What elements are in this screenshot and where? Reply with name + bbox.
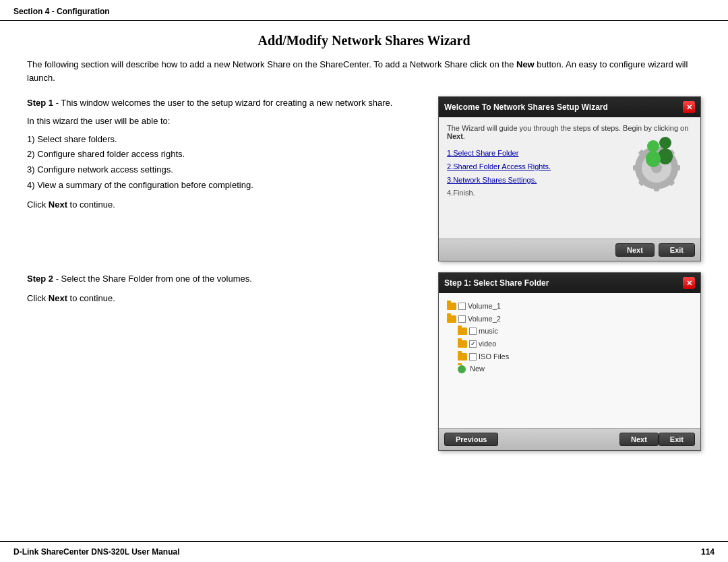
section-row-1: Step 1 - This window welcomes the user t… — [27, 96, 701, 261]
folder-label-video: video — [479, 338, 496, 350]
step1-list: 1) Select share folders. 2) Configure sh… — [27, 133, 422, 193]
folder-volume1: Volume_1 — [447, 300, 692, 313]
folder-volume2: Volume_2 — [447, 313, 692, 325]
wizard2-box: Step 1: Select Share Folder ✕ Volume_1 — [438, 272, 701, 451]
list-item: 2) Configure shared folder access rights… — [27, 148, 422, 162]
wizard2-titlebar: Step 1: Select Share Folder ✕ — [439, 273, 700, 293]
section-label: Section 4 - Configuration — [13, 7, 110, 16]
checkbox-video[interactable]: ✓ — [469, 340, 477, 348]
list-item: 3) Configure network access settings. — [27, 163, 422, 177]
folder-icon-music — [458, 327, 467, 335]
folder-label-new: New — [470, 363, 485, 375]
folder-icon-volume2 — [447, 315, 456, 323]
new-folder-icon — [458, 365, 466, 373]
checkbox-volume1[interactable] — [458, 303, 466, 310]
step2-label-bold: Step 2 — [27, 274, 53, 284]
folder-icon-volume1 — [447, 303, 456, 310]
step2-left: Step 2 - Select the Share Folder from on… — [27, 272, 422, 451]
svg-rect-7 — [654, 183, 659, 191]
folder-iso: ISO Files — [447, 350, 692, 363]
checkbox-music[interactable] — [469, 327, 477, 335]
wizard1-next-button[interactable]: Next — [615, 243, 655, 257]
folder-label-volume1: Volume_1 — [468, 300, 501, 313]
footer-left: D-Link ShareCenter DNS-320L User Manual — [13, 547, 180, 557]
step1-label-rest: - This window welcomes the user to the s… — [53, 98, 392, 108]
folder-label-volume2: Volume_2 — [468, 313, 501, 325]
wizard1-box: Welcome To Network Shares Setup Wizard ✕… — [438, 96, 701, 261]
checkbox-volume2[interactable] — [458, 315, 466, 323]
svg-point-13 — [647, 140, 659, 152]
folder-label-music: music — [479, 325, 498, 338]
wizard2-container: Step 1: Select Share Folder ✕ Volume_1 — [438, 272, 701, 451]
intro-bold: New — [516, 59, 535, 69]
page-wrapper: Section 4 - Configuration Add/Modify Net… — [0, 0, 728, 562]
wizard2-close-button[interactable]: ✕ — [683, 277, 695, 289]
wizard1-footer: Next Exit — [439, 239, 700, 261]
step2-desc: Step 2 - Select the Share Folder from on… — [27, 272, 422, 286]
step1-label-bold: Step 1 — [27, 98, 53, 108]
wizard1-exit-button[interactable]: Exit — [659, 243, 695, 257]
list-item: 1) Select share folders. — [27, 133, 422, 147]
footer-right: 114 — [701, 547, 715, 557]
checkbox-iso[interactable] — [469, 353, 477, 361]
step1-click-next: Click Next to continue. — [27, 198, 422, 212]
folder-tree: Volume_1 Volume_2 — [447, 300, 692, 375]
step2-click-next: Click Next to continue. — [27, 292, 422, 306]
wizard2-body: Volume_1 Volume_2 — [439, 293, 700, 428]
intro-paragraph: The following section will describe how … — [27, 58, 701, 84]
svg-point-11 — [659, 137, 671, 149]
folder-icon-iso — [458, 353, 467, 361]
page-header: Section 4 - Configuration — [0, 0, 728, 21]
wizard1-close-button[interactable]: ✕ — [683, 101, 695, 113]
wizard2-title: Step 1: Select Share Folder — [444, 278, 549, 288]
svg-rect-9 — [633, 165, 641, 170]
folder-new: New — [447, 363, 692, 375]
svg-rect-5 — [672, 165, 680, 170]
wizard2-exit-button[interactable]: Exit — [659, 433, 695, 446]
intro-text-start: The following section will describe how … — [27, 59, 516, 69]
page-footer: D-Link ShareCenter DNS-320L User Manual … — [0, 541, 728, 562]
wizard2-previous-button[interactable]: Previous — [444, 433, 498, 446]
wizard1-titlebar: Welcome To Network Shares Setup Wizard ✕ — [439, 97, 700, 117]
folder-music: music — [447, 325, 692, 338]
wizard2-next-button[interactable]: Next — [619, 433, 659, 446]
page-content: Add/Modify Network Shares Wizard The fol… — [0, 21, 728, 541]
folder-video: ✓ video — [447, 338, 692, 350]
list-item: 4) View a summary of the configuration b… — [27, 179, 422, 193]
page-title: Add/Modify Network Shares Wizard — [27, 33, 701, 49]
folder-icon-video — [458, 340, 467, 348]
folder-label-iso: ISO Files — [479, 350, 509, 363]
step2-label-rest: - Select the Share Folder from one of th… — [53, 274, 252, 284]
wizard1-title: Welcome To Network Shares Setup Wizard — [444, 102, 608, 112]
wizard1-illustration — [619, 124, 694, 198]
step1-desc: Step 1 - This window welcomes the user t… — [27, 96, 422, 111]
wizard2-footer: Previous Next Exit — [439, 428, 700, 450]
svg-point-14 — [646, 151, 661, 167]
wizard1-container: Welcome To Network Shares Setup Wizard ✕… — [438, 96, 701, 261]
step1-list-header: In this wizard the user will be able to: — [27, 115, 422, 129]
wizard1-body: The Wizard will guide you through the st… — [439, 117, 700, 239]
section-row-2: Step 2 - Select the Share Folder from on… — [27, 272, 701, 451]
step1-left: Step 1 - This window welcomes the user t… — [27, 96, 422, 261]
